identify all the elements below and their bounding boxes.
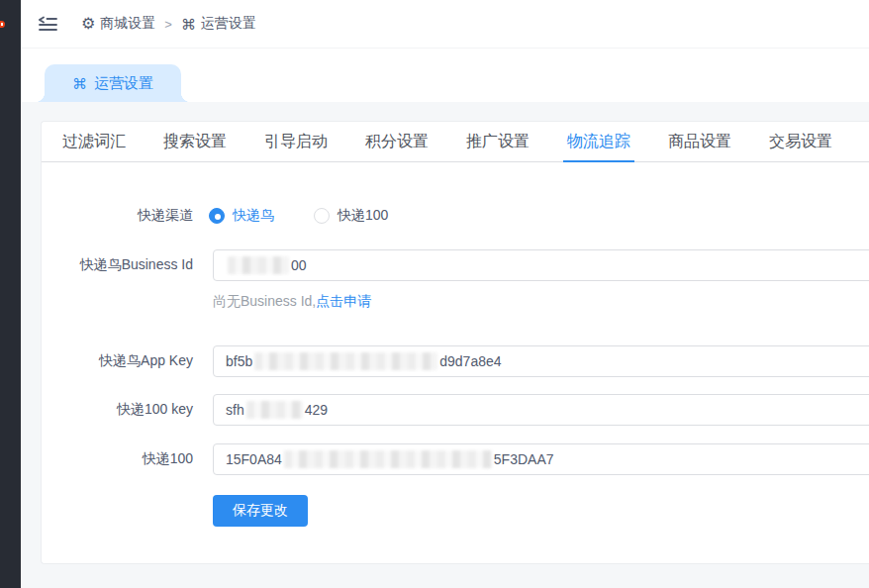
command-icon: ⌘: [181, 17, 196, 32]
kd100-row: 快递10015F0A845F3DAA7: [42, 443, 869, 475]
tab-goods-settings[interactable]: 商品设置: [668, 122, 731, 161]
gear-icon: ⚙: [81, 16, 95, 32]
radio-label: 快递100: [338, 207, 388, 225]
kd100-input[interactable]: 15F0A845F3DAA7: [213, 443, 869, 475]
tab-search-settings[interactable]: 搜索设置: [163, 122, 227, 161]
kd100-label: 快递100: [42, 450, 193, 468]
save-button[interactable]: 保存更改: [213, 495, 308, 527]
app-key-label: 快递鸟App Key: [42, 352, 193, 370]
sidebar-collapse-button[interactable]: [37, 15, 58, 33]
radio-icon: [209, 208, 225, 224]
input-value-prefix: sfh: [226, 402, 244, 418]
tab-filter-words[interactable]: 过滤词汇: [62, 122, 126, 161]
tab-logistics-tracking[interactable]: 物流追踪: [567, 122, 630, 161]
settings-card: 过滤词汇搜索设置引导启动积分设置推广设置物流追踪商品设置交易设置 快递渠道 快递…: [41, 121, 869, 564]
channel-label: 快递渠道: [42, 207, 193, 225]
settings-tabs-nav: 过滤词汇搜索设置引导启动积分设置推广设置物流追踪商品设置交易设置: [42, 122, 869, 162]
radio-icon: [314, 208, 330, 224]
sidebar-notification-badge: [0, 21, 5, 28]
breadcrumb: ⚙ 商城设置 > ⌘ 运营设置: [81, 15, 256, 33]
redacted-value-blur: [254, 352, 437, 370]
breadcrumb-separator: >: [164, 17, 172, 32]
top-bar: ⚙ 商城设置 > ⌘ 运营设置: [21, 0, 869, 49]
kd100-key-input[interactable]: sfh429: [213, 394, 869, 426]
kd100-key-row: 快递100 keysfh429: [42, 394, 869, 426]
business-id-label: 快递鸟Business Id: [42, 256, 193, 274]
kd100-key-label: 快递100 key: [42, 401, 193, 419]
main-area: ⚙ 商城设置 > ⌘ 运营设置 ⌘ 运营设置 过滤词汇搜索设置引导启动积分设置推…: [21, 0, 869, 588]
radio-option-selected[interactable]: 快递鸟: [209, 207, 274, 225]
button-row: 保存更改: [213, 495, 869, 527]
collapsed-sidebar: [0, 0, 21, 588]
breadcrumb-item-operation-settings[interactable]: ⌘ 运营设置: [181, 15, 256, 33]
command-icon: ⌘: [72, 76, 87, 91]
radio-label: 快递鸟: [233, 207, 274, 225]
app-key-row: 快递鸟App Keybf5bd9d7a8e4: [42, 345, 869, 377]
page-tag-label: 运营设置: [94, 74, 153, 93]
tab-promotion-settings[interactable]: 推广设置: [466, 122, 530, 161]
redacted-value-blur: [284, 450, 492, 468]
radio-option-unselected[interactable]: 快递100: [314, 207, 388, 225]
breadcrumb-item-mall-settings[interactable]: ⚙ 商城设置: [81, 15, 155, 33]
menu-fold-icon: [39, 16, 57, 32]
tab-trade-settings[interactable]: 交易设置: [769, 122, 832, 161]
business-id-helper: 尚无Business Id,点击申请: [213, 294, 869, 310]
app-key-input[interactable]: bf5bd9d7a8e4: [213, 345, 869, 377]
input-value-suffix: d9d7a8e4: [439, 353, 501, 369]
input-value-suffix: 5F3DAA7: [494, 451, 554, 467]
input-value-prefix: bf5b: [226, 353, 252, 369]
channel-radio-group: 快递鸟快递100: [209, 207, 388, 225]
input-value-prefix: 15F0A84: [226, 451, 282, 467]
input-value-suffix: 429: [305, 402, 328, 418]
helper-text: 尚无Business Id,: [213, 293, 316, 311]
form-fields: 快递鸟Business Id00尚无Business Id,点击申请快递鸟App…: [42, 249, 869, 475]
page-tag-bar: ⌘ 运营设置: [21, 49, 869, 102]
tab-points-settings[interactable]: 积分设置: [365, 122, 429, 161]
tab-guide-launch[interactable]: 引导启动: [264, 122, 328, 161]
apply-link[interactable]: 点击申请: [316, 293, 371, 311]
breadcrumb-label: 商城设置: [100, 15, 155, 33]
redacted-value-blur: [246, 401, 303, 419]
active-page-tag[interactable]: ⌘ 运营设置: [45, 64, 181, 102]
content-area: 过滤词汇搜索设置引导启动积分设置推广设置物流追踪商品设置交易设置 快递渠道 快递…: [21, 102, 869, 588]
channel-row: 快递渠道 快递鸟快递100: [42, 206, 869, 226]
business-id-row: 快递鸟Business Id00: [42, 249, 869, 281]
redacted-value-blur: [228, 256, 289, 274]
input-value-suffix: 00: [291, 257, 307, 273]
business-id-input[interactable]: 00: [213, 249, 869, 281]
breadcrumb-label: 运营设置: [201, 15, 256, 33]
